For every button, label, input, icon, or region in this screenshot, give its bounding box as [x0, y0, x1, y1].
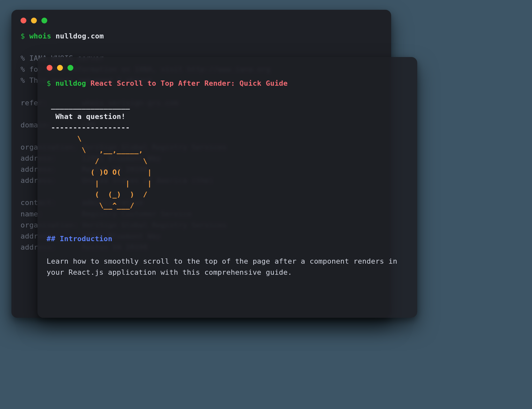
cowsay-art: ( (_) ) /	[47, 190, 147, 198]
prompt-dollar: $	[21, 32, 25, 40]
prompt-command: nulldog	[55, 79, 86, 87]
terminal-window-front: $ nulldog React Scroll to Top After Rend…	[37, 57, 417, 318]
traffic-lights	[37, 57, 417, 74]
cowsay-art: \__^___/	[47, 201, 134, 210]
zoom-icon[interactable]	[41, 18, 47, 23]
traffic-lights	[11, 10, 391, 27]
cowsay-art: \	[47, 135, 82, 143]
prompt-command: whois	[29, 32, 51, 40]
section-marker: ##	[47, 235, 55, 243]
minimize-icon[interactable]	[57, 65, 63, 71]
intro-paragraph: Learn how to smoothly scroll to the top …	[47, 257, 402, 276]
cowsay-art: | | |	[47, 179, 152, 187]
article-title: React Scroll to Top After Render: Quick …	[90, 79, 288, 87]
terminal-output-front: $ nulldog React Scroll to Top After Rend…	[37, 74, 417, 287]
close-icon[interactable]	[47, 65, 52, 71]
section-heading: Introduction	[60, 235, 112, 243]
zoom-icon[interactable]	[67, 65, 73, 71]
minimize-icon[interactable]	[31, 18, 37, 23]
prompt-dollar: $	[47, 79, 51, 87]
cowsay-bubble-top: __________________	[47, 101, 134, 110]
cowsay-bubble-text: What a question!	[47, 112, 126, 121]
cowsay-bubble-bottom: ------------------	[47, 124, 134, 132]
cowsay-art: / \	[47, 157, 147, 165]
prompt-argument: nulldog.com	[56, 32, 104, 40]
close-icon[interactable]	[21, 18, 26, 23]
cowsay-art: ( )O O( |	[47, 168, 152, 176]
cowsay-art: \ ,__,_____,	[47, 146, 143, 154]
